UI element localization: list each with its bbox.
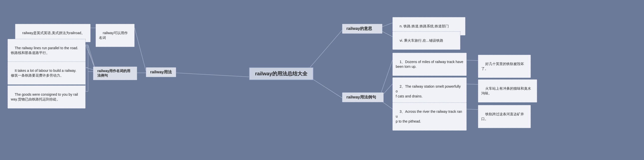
meaning-vi-label: vi. 乘火车旅行,在...铺设铁路 bbox=[400, 38, 443, 42]
node-railway-can-noun: railway可以用作名词 bbox=[96, 24, 135, 47]
node-ex2-en: 2、The railway station smelt powerfully o… bbox=[392, 77, 467, 105]
example2-label: It takes a lot of labour to build a rail… bbox=[11, 69, 76, 78]
meaning-n-label: n. 铁路,铁道,铁路系统,铁道部门 bbox=[400, 24, 449, 28]
ex3-zh-label: 铁轨跨过这条河直达矿井口。 bbox=[481, 112, 524, 121]
node-meaning-vi: vi. 乘火车旅行,在...铺设铁路 bbox=[392, 31, 460, 50]
ex1-zh-label: 好几十英里的铁轨被毁坏了。 bbox=[481, 62, 524, 71]
mid-left-usage-label: railway用法 bbox=[150, 70, 172, 74]
railway-can-noun-label: railway可以用作名词 bbox=[99, 31, 128, 40]
example1-label: The railway lines run parallel to the ro… bbox=[11, 46, 78, 55]
svg-line-7 bbox=[86, 45, 96, 69]
example3-label: The goods were consigned to you by rail … bbox=[11, 92, 78, 101]
node-ex3-en: 3、Across the river the railway track ran… bbox=[392, 102, 467, 131]
center-label: railway的用法总结大全 bbox=[255, 71, 307, 76]
node-ex2-zh: 火车站上有冲鼻的猫味和臭水沟味。 bbox=[478, 79, 537, 102]
svg-line-1 bbox=[135, 28, 146, 71]
noun-note-label: railway是英式英语,美式拼法为railroad。 bbox=[22, 31, 85, 35]
node-example3: The goods were consigned to you by rail … bbox=[8, 85, 86, 109]
ex2-en-label: 2、The railway station smelt powerfully o… bbox=[396, 84, 462, 98]
node-example1: The railway lines run parallel to the ro… bbox=[8, 39, 86, 62]
node-noun-example-label: railway用作名词的用法例句 bbox=[93, 67, 137, 80]
ex1-en-label: 1、Dozens of miles of railway track have … bbox=[396, 60, 463, 69]
node-ex1-zh: 好几十英里的铁轨被毁坏了。 bbox=[478, 55, 531, 78]
node-ex3-zh: 铁轨跨过这条河直达矿井口。 bbox=[478, 105, 531, 128]
node-ex1-en: 1、Dozens of miles of railway track have … bbox=[392, 53, 467, 76]
svg-line-27 bbox=[380, 60, 392, 96]
ex2-zh-label: 火车站上有冲鼻的猫味和臭水沟味。 bbox=[481, 86, 531, 95]
noun-example-label: railway用作名词的用法例句 bbox=[97, 69, 130, 77]
mid-right-meaning-label: railway的意思 bbox=[346, 26, 372, 31]
svg-line-0 bbox=[176, 73, 249, 77]
mid-right-meaning: railway的意思 bbox=[342, 24, 382, 34]
mid-right-examples-label: railway用法例句 bbox=[346, 95, 376, 99]
ex3-en-label: 3、Across the river the railway track ran… bbox=[396, 110, 463, 123]
node-example2: It takes a lot of labour to build a rail… bbox=[8, 62, 86, 85]
mid-right-examples: railway用法例句 bbox=[342, 92, 384, 102]
center-node: railway的用法总结大全 bbox=[249, 67, 313, 80]
mid-left-usage: railway用法 bbox=[146, 67, 176, 77]
